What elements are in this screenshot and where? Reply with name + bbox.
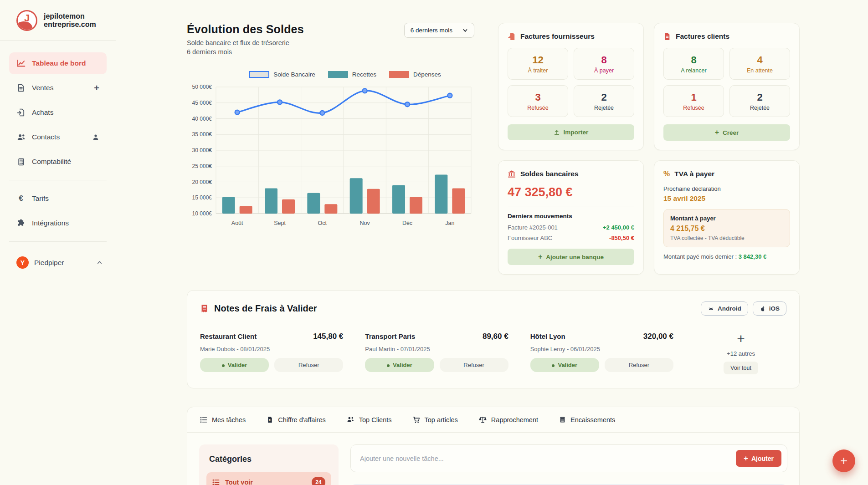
validate-button[interactable]: Valider xyxy=(200,358,269,372)
stat-a-relancer[interactable]: 8 A relancer xyxy=(663,48,724,80)
stat-label: À payer xyxy=(576,67,632,74)
sidebar-item-contacts[interactable]: Contacts xyxy=(9,126,107,148)
expense-amount: 89,60 € xyxy=(483,332,508,341)
sidebar-divider xyxy=(0,40,116,41)
sidebar-item-dashboard[interactable]: Tableau de bord xyxy=(9,52,107,74)
expense-name: Hôtel Lyon xyxy=(530,332,565,340)
legend-item: Solde Bancaire xyxy=(249,71,315,78)
tab-chiffre-affaires[interactable]: € Chiffre d'affaires xyxy=(267,416,326,424)
tab-encaissements[interactable]: Encaissements xyxy=(559,416,615,424)
sidebar-item-purchases[interactable]: Achats xyxy=(9,102,107,123)
balance-chart: 10 000€15 000€20 000€25 000€30 000€35 00… xyxy=(187,82,474,231)
brand-line1: jepilotemon xyxy=(44,12,96,20)
add-task-button[interactable]: + Ajouter xyxy=(736,450,781,467)
sidebar-item-pricing[interactable]: € Tarifs xyxy=(9,188,107,209)
status-dot xyxy=(222,364,225,367)
category-count-badge: 24 xyxy=(312,477,325,485)
cards-grid: Factures fournisseurs 12 À traiter 8 À p… xyxy=(498,23,800,275)
svg-text:30 000€: 30 000€ xyxy=(192,147,212,153)
stat-refusee[interactable]: 1 Refusée xyxy=(663,85,724,117)
button-label: Ajouter une banque xyxy=(546,254,604,260)
validate-button[interactable]: Valider xyxy=(365,358,434,372)
stat-value: 4 xyxy=(732,54,788,66)
refuse-button[interactable]: Refuser xyxy=(605,358,673,372)
stat-a-traiter[interactable]: 12 À traiter xyxy=(508,48,568,80)
contacts-user-icon[interactable] xyxy=(92,133,99,141)
floating-add-button[interactable]: + xyxy=(832,449,855,472)
category-tout-voir[interactable]: Tout voir 24 xyxy=(206,472,331,485)
stat-en-attente[interactable]: 4 En attente xyxy=(729,48,790,80)
button-label: Valider xyxy=(228,362,247,368)
add-sale-icon[interactable]: + xyxy=(94,83,99,92)
import-button[interactable]: Importer xyxy=(508,124,634,140)
android-button[interactable]: Android xyxy=(701,301,748,316)
sidebar-nav: Tableau de bord Ventes + Achats Contact xyxy=(0,47,116,252)
plus-icon: + xyxy=(538,253,542,260)
divider xyxy=(508,206,634,206)
tab-label: Top articles xyxy=(425,416,458,424)
stat-value: 8 xyxy=(576,54,632,66)
svg-text:25 000€: 25 000€ xyxy=(192,163,212,169)
card-title-text: Soldes bancaires xyxy=(520,170,579,178)
sidebar-item-sales[interactable]: Ventes + xyxy=(9,77,107,99)
button-label: Refuser xyxy=(463,362,484,368)
stat-value: 2 xyxy=(576,92,632,103)
svg-text:Jan: Jan xyxy=(445,220,454,226)
movement-amount: -850,50 € xyxy=(609,235,634,241)
sidebar-item-label: Tarifs xyxy=(32,194,49,203)
vat-next-label: Prochaine déclaration xyxy=(663,185,790,192)
ios-button[interactable]: iOS xyxy=(753,301,786,316)
svg-text:45 000€: 45 000€ xyxy=(192,100,212,106)
sidebar-item-label: Tableau de bord xyxy=(32,59,86,67)
new-task-input[interactable] xyxy=(360,455,736,462)
add-bank-button[interactable]: + Ajouter une banque xyxy=(508,249,634,265)
stat-rejetee[interactable]: 2 Rejetée xyxy=(729,85,790,117)
stat-refusee[interactable]: 3 Refusée xyxy=(508,85,568,117)
main-content: Évolution des Soldes Solde bancaire et f… xyxy=(116,0,868,485)
sidebar-item-label: Ventes xyxy=(32,84,53,92)
button-label: iOS xyxy=(769,305,780,312)
vat-amount-value: 4 215,75 € xyxy=(670,225,783,233)
tab-top-articles[interactable]: Top articles xyxy=(413,416,458,424)
chart-canvas: 10 000€15 000€20 000€25 000€30 000€35 00… xyxy=(187,82,474,229)
button-label: Importer xyxy=(564,129,589,136)
button-label: Android xyxy=(718,305,741,312)
legend-label: Dépenses xyxy=(413,71,441,78)
upload-icon xyxy=(554,129,560,136)
expense-amount: 145,80 € xyxy=(313,332,343,341)
dashboard-chart-icon xyxy=(16,59,26,68)
svg-text:Nov: Nov xyxy=(360,220,370,226)
refuse-button[interactable]: Refuser xyxy=(274,358,343,372)
top-row: Évolution des Soldes Solde bancaire et f… xyxy=(187,23,800,275)
validate-button[interactable]: Valider xyxy=(530,358,599,372)
vat-card: % TVA à payer Prochaine déclaration 15 a… xyxy=(654,160,800,275)
view-all-button[interactable]: Voir tout xyxy=(724,362,758,374)
period-select[interactable]: 6 derniers mois xyxy=(404,23,474,38)
button-label: Refuser xyxy=(298,362,319,368)
bank-icon xyxy=(508,170,516,178)
tab-top-clients[interactable]: Top Clients xyxy=(347,416,392,424)
stat-rejetee[interactable]: 2 Rejetée xyxy=(574,85,634,117)
stat-a-payer[interactable]: 8 À payer xyxy=(574,48,634,80)
tab-label: Mes tâches xyxy=(212,416,246,424)
vat-amount-box: Montant à payer 4 215,75 € TVA collectée… xyxy=(663,209,790,247)
sidebar-item-accounting[interactable]: Comptabilité xyxy=(9,151,107,173)
sidebar-divider xyxy=(9,180,107,180)
workspace-switcher[interactable]: Y Piedpiper xyxy=(0,252,116,269)
status-dot xyxy=(552,364,555,367)
create-invoice-button[interactable]: + Créer xyxy=(663,124,790,141)
vat-amount-note: TVA collectée - TVA déductible xyxy=(670,235,783,241)
tasks-section: Mes tâches € Chiffre d'affaires Top Clie… xyxy=(187,407,800,485)
tab-rapprochement[interactable]: Rapprochement xyxy=(479,416,538,424)
tab-mes-taches[interactable]: Mes tâches xyxy=(200,416,246,424)
svg-text:Déc: Déc xyxy=(402,220,412,226)
plus-icon[interactable]: + xyxy=(737,332,745,346)
chevron-up-icon xyxy=(96,259,103,266)
sidebar: J jepilotemon entreprise.com Tableau de … xyxy=(0,0,116,485)
vat-amount-label: Montant à payer xyxy=(670,215,783,222)
sidebar-item-integrations[interactable]: Intégrations xyxy=(9,212,107,234)
refuse-button[interactable]: Refuser xyxy=(440,358,508,372)
brand-logo-icon: J xyxy=(16,10,37,31)
people-icon xyxy=(347,416,354,424)
tab-label: Chiffre d'affaires xyxy=(278,416,326,424)
